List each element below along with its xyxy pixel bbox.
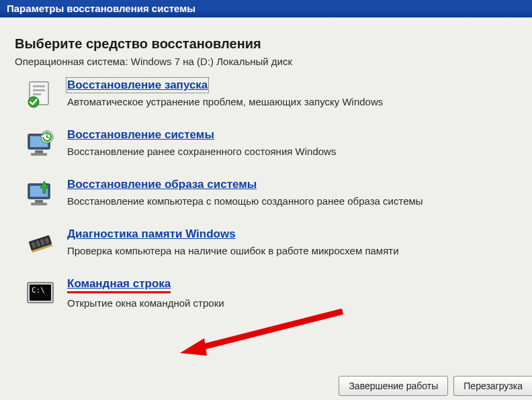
memory-diagnostic-link[interactable]: Диагностика памяти Windows	[67, 228, 236, 241]
system-restore-icon	[24, 128, 56, 160]
option-text: Восстановление запуска Автоматическое ус…	[67, 78, 517, 107]
window-title: Параметры восстановления системы	[7, 3, 195, 14]
svg-marker-27	[180, 338, 207, 356]
option-image-recovery: Восстановление образа системы Восстановл…	[24, 177, 517, 209]
option-memory-diagnostic: Диагностика памяти Windows Проверка комп…	[24, 227, 517, 259]
window-titlebar: Параметры восстановления системы	[0, 0, 532, 17]
svg-rect-16	[31, 203, 47, 205]
image-recovery-link[interactable]: Восстановление образа системы	[67, 178, 257, 191]
button-bar: Завершение работы Перезагрузка	[339, 376, 532, 396]
option-text: Восстановление образа системы Восстановл…	[67, 177, 517, 207]
startup-repair-link[interactable]: Восстановление запуска	[67, 79, 208, 92]
annotation-arrow	[175, 309, 349, 349]
command-prompt-link[interactable]: Командная строка	[67, 277, 171, 293]
memory-diagnostic-icon	[24, 227, 56, 259]
system-restore-link[interactable]: Восстановление системы	[67, 128, 214, 142]
startup-repair-desc: Автоматическое устранение проблем, мешаю…	[67, 96, 517, 107]
startup-repair-icon	[24, 78, 56, 110]
memory-diagnostic-desc: Проверка компьютера на наличие ошибок в …	[67, 245, 517, 256]
recovery-options-list: Восстановление запуска Автоматическое ус…	[15, 78, 517, 309]
svg-text:C:\: C:\	[32, 286, 45, 295]
svg-line-26	[195, 311, 343, 349]
option-text: Диагностика памяти Windows Проверка комп…	[67, 227, 517, 256]
command-prompt-icon: C:\	[24, 277, 56, 309]
svg-rect-2	[33, 89, 45, 91]
content-area: Выберите средство восстановления Операци…	[0, 17, 532, 400]
option-system-restore: Восстановление системы Восстановление ра…	[24, 128, 517, 160]
option-text: Командная строка Открытие окна командной…	[67, 277, 517, 309]
option-startup-repair: Восстановление запуска Автоматическое ус…	[24, 78, 517, 110]
option-command-prompt: C:\ Командная строка Открытие окна коман…	[24, 277, 517, 309]
svg-rect-8	[31, 153, 47, 156]
image-recovery-icon	[24, 177, 56, 209]
svg-rect-3	[33, 93, 41, 95]
command-prompt-desc: Открытие окна командной строки	[67, 297, 517, 309]
restart-button[interactable]: Перезагрузка	[453, 376, 532, 396]
shutdown-button[interactable]: Завершение работы	[339, 376, 448, 396]
system-restore-desc: Восстановление ранее сохраненного состоя…	[67, 146, 517, 157]
svg-rect-7	[35, 150, 43, 153]
option-text: Восстановление системы Восстановление ра…	[67, 128, 517, 157]
section-title: Выберите средство восстановления	[15, 36, 517, 52]
svg-rect-15	[35, 200, 43, 203]
os-info-line: Операционная система: Windows 7 на (D:) …	[15, 56, 517, 67]
image-recovery-desc: Восстановление компьютера с помощью созд…	[67, 195, 517, 207]
svg-rect-1	[33, 85, 45, 87]
